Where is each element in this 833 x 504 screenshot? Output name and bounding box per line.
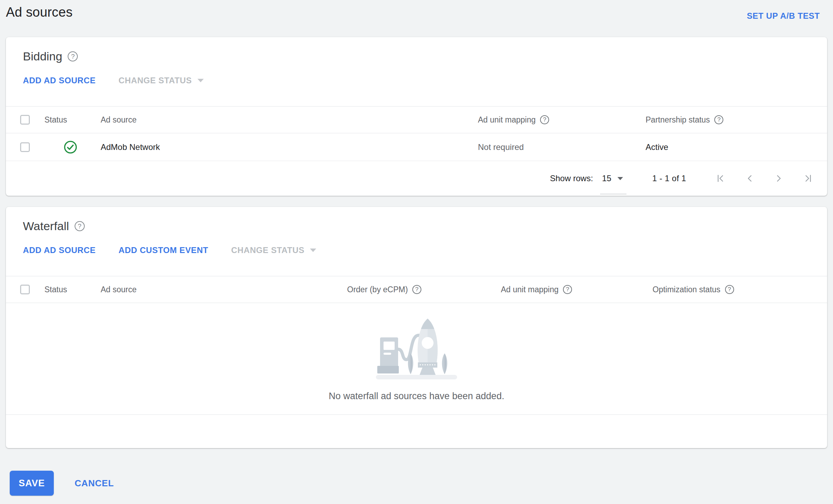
col-status: Status	[44, 115, 101, 125]
col-ad-source: Ad source	[101, 285, 347, 294]
chevron-down-icon	[617, 177, 623, 180]
order-ecpm-label: Order (by eCPM)	[347, 285, 408, 294]
rows-per-page-select[interactable]: 15	[601, 173, 625, 184]
bidding-table: Status Ad source Ad unit mapping ? Partn…	[6, 106, 827, 196]
col-order-ecpm: Order (by eCPM) ?	[347, 285, 501, 294]
help-icon[interactable]: ?	[725, 285, 734, 294]
help-icon[interactable]: ?	[540, 115, 549, 124]
help-icon[interactable]: ?	[68, 51, 78, 61]
bidding-add-ad-source-button[interactable]: ADD AD SOURCE	[23, 76, 96, 85]
footer-bar: SAVE CANCEL	[10, 471, 833, 496]
card-footer-space	[6, 415, 827, 448]
previous-page-button[interactable]	[744, 173, 755, 184]
cell-partnership-status: Active	[646, 142, 827, 152]
ad-unit-mapping-label: Ad unit mapping	[478, 115, 536, 125]
rows-per-page-value: 15	[602, 174, 612, 183]
help-icon[interactable]: ?	[75, 221, 85, 231]
status-active-check-icon	[64, 140, 77, 154]
waterfall-table-header-row: Status Ad source Order (by eCPM) ? Ad un…	[6, 276, 827, 303]
col-ad-unit-mapping: Ad unit mapping ?	[501, 285, 653, 294]
waterfall-empty-state: No waterfall ad sources have been added.	[6, 303, 827, 415]
cell-ad-unit-mapping: Not required	[478, 142, 646, 152]
show-rows-label: Show rows:	[550, 174, 593, 183]
bidding-change-status-button: CHANGE STATUS	[119, 76, 204, 85]
bidding-section-title: Bidding ?	[23, 50, 810, 63]
waterfall-table: Status Ad source Order (by eCPM) ? Ad un…	[6, 276, 827, 448]
help-icon[interactable]: ?	[714, 115, 723, 124]
chevron-down-icon	[197, 79, 204, 82]
cancel-button[interactable]: CANCEL	[75, 478, 114, 489]
first-page-button[interactable]	[715, 173, 726, 184]
bidding-title-text: Bidding	[23, 50, 62, 63]
last-page-button[interactable]	[803, 173, 813, 184]
setup-ab-test-link[interactable]: SET UP A/B TEST	[747, 11, 820, 21]
optimization-status-label: Optimization status	[653, 285, 721, 294]
bidding-table-header-row: Status Ad source Ad unit mapping ? Partn…	[6, 107, 827, 133]
rocket-fuel-pump-illustration	[370, 316, 463, 382]
page-header: Ad sources SET UP A/B TEST	[0, 0, 833, 37]
help-icon[interactable]: ?	[412, 285, 421, 294]
change-status-label: CHANGE STATUS	[231, 245, 304, 255]
ad-unit-mapping-label: Ad unit mapping	[501, 285, 558, 294]
col-status: Status	[44, 285, 101, 294]
waterfall-change-status-button: CHANGE STATUS	[231, 245, 316, 255]
table-row: AdMob Network Not required Active	[6, 133, 827, 161]
waterfall-section-title: Waterfall ?	[23, 219, 810, 233]
row-checkbox[interactable]	[20, 142, 30, 152]
waterfall-add-ad-source-button[interactable]: ADD AD SOURCE	[23, 245, 96, 255]
cell-ad-source: AdMob Network	[101, 142, 478, 152]
add-custom-event-button[interactable]: ADD CUSTOM EVENT	[119, 245, 209, 255]
empty-state-message: No waterfall ad sources have been added.	[329, 391, 504, 402]
col-ad-source: Ad source	[101, 115, 478, 125]
bidding-card: Bidding ? ADD AD SOURCE CHANGE STATUS St…	[6, 37, 827, 196]
bidding-select-all-checkbox[interactable]	[20, 115, 30, 125]
waterfall-title-text: Waterfall	[23, 219, 69, 233]
change-status-label: CHANGE STATUS	[119, 76, 192, 85]
col-optimization-status: Optimization status ?	[653, 285, 827, 294]
waterfall-card: Waterfall ? ADD AD SOURCE ADD CUSTOM EVE…	[6, 207, 827, 448]
col-ad-unit-mapping: Ad unit mapping ?	[478, 115, 646, 125]
save-button[interactable]: SAVE	[10, 471, 54, 496]
pagination-range: 1 - 1 of 1	[652, 174, 686, 183]
waterfall-select-all-checkbox[interactable]	[20, 285, 30, 294]
col-partnership-status: Partnership status ?	[646, 115, 827, 125]
next-page-button[interactable]	[774, 173, 784, 184]
chevron-down-icon	[310, 249, 316, 252]
partnership-status-label: Partnership status	[646, 115, 710, 125]
page-title: Ad sources	[6, 5, 73, 20]
pagination-bar: Show rows: 15 1 - 1 of 1	[6, 161, 827, 196]
help-icon[interactable]: ?	[563, 285, 572, 294]
